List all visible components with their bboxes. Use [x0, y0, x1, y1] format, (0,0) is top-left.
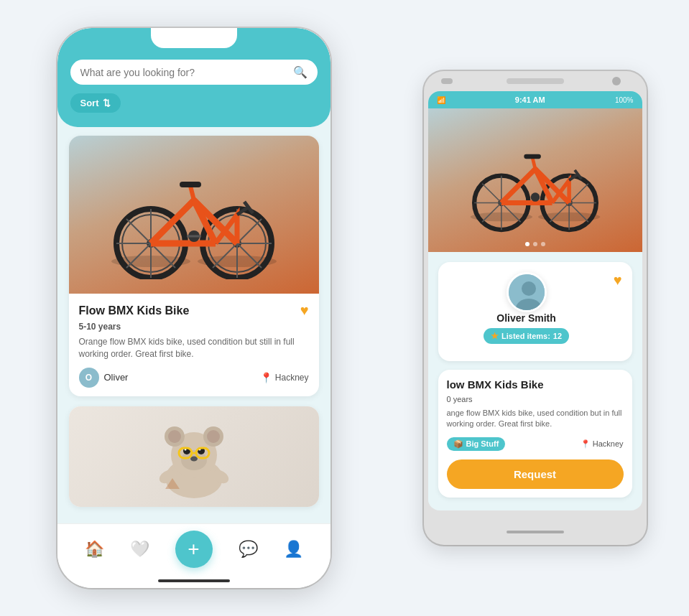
bike-card-age: 5-10 years [79, 322, 309, 332]
seller-avatar [507, 272, 547, 312]
bike-card-user: O Oliver [79, 368, 129, 388]
bike-image-placeholder [69, 136, 319, 294]
item-location-text: Hackney [593, 439, 624, 448]
bike-card-description: Orange flow BMX kids bike, used conditio… [79, 336, 309, 360]
android-camera-bar [507, 78, 564, 84]
listed-count: 12 [553, 332, 562, 340]
sort-button[interactable]: Sort ⇅ [70, 93, 121, 113]
iphone-content: Flow BMX Kids Bike ♥ 5-10 years Orange f… [57, 127, 330, 579]
iphone-device: 🔍 Sort ⇅ [57, 28, 330, 588]
search-bar[interactable]: 🔍 [70, 60, 318, 85]
image-pagination-dots [525, 242, 545, 246]
home-indicator [158, 579, 230, 582]
bike-svg [93, 150, 295, 279]
svg-rect-55 [524, 154, 541, 159]
bike-card-body: Flow BMX Kids Bike ♥ 5-10 years Orange f… [69, 294, 319, 396]
dot-3 [541, 242, 545, 246]
svg-line-16 [190, 186, 194, 200]
seller-favorite-icon[interactable]: ♥ [614, 272, 622, 289]
android-bike-placeholder [428, 108, 642, 252]
android-bike-svg [456, 123, 614, 238]
listed-label: Listed items: [501, 332, 550, 340]
item-detail-card: low BMX Kids Bike 0 years ange flow BMX … [438, 370, 632, 498]
wifi-status-icon: 📶 [437, 96, 445, 104]
svg-point-27 [207, 430, 220, 443]
android-body: Oliver Smith ★ Listed items: 12 ♥ l [428, 252, 642, 508]
android-camera-dot [612, 77, 621, 85]
bike-card-image [69, 136, 319, 294]
nav-add-icon: + [188, 538, 199, 561]
bike-card-avatar: O [79, 368, 99, 388]
item-card-age: 0 years [447, 395, 624, 403]
nav-home-icon[interactable]: 🏠 [85, 540, 104, 559]
status-time: 9:41 AM [515, 95, 545, 104]
status-icons: 100% [615, 96, 634, 104]
seller-card: Oliver Smith ★ Listed items: 12 ♥ [438, 262, 632, 361]
bear-image-placeholder [69, 406, 319, 507]
badge-star-icon: ★ [491, 331, 499, 341]
item-card-title: low BMX Kids Bike [447, 378, 544, 391]
location-pin-icon: 📍 [260, 372, 272, 383]
bottom-nav: 🏠 🤍 + 💬 👤 [57, 523, 330, 588]
svg-line-54 [532, 158, 535, 169]
bear-svg [147, 414, 241, 500]
bike-card-location: 📍 Hackney [260, 372, 309, 383]
bear-card[interactable] [69, 406, 319, 507]
dot-2 [533, 242, 537, 246]
scene: 🔍 Sort ⇅ [22, 14, 668, 602]
category-icon: 📦 [453, 439, 463, 449]
android-home-bar [507, 531, 564, 533]
listed-badge: ★ Listed items: 12 [484, 328, 569, 344]
iphone-screen: 🔍 Sort ⇅ [57, 28, 330, 588]
dot-1 [525, 242, 530, 246]
bear-card-image [69, 406, 319, 507]
category-label: Big Stuff [466, 439, 499, 448]
item-location: 📍 Hackney [581, 439, 624, 449]
request-button[interactable]: Request [447, 459, 624, 489]
nav-favorites-icon[interactable]: 🤍 [130, 540, 149, 559]
nav-profile-icon[interactable]: 👤 [284, 540, 303, 559]
svg-point-25 [168, 430, 181, 443]
search-input[interactable] [80, 67, 293, 78]
sort-label: Sort [80, 98, 99, 108]
iphone-notch [151, 28, 237, 48]
android-screen: 📶 9:41 AM 100% [428, 91, 642, 510]
seller-avatar-svg [509, 274, 547, 312]
android-speaker [441, 78, 453, 84]
search-icon: 🔍 [293, 65, 307, 79]
battery-icon: 100% [615, 96, 634, 104]
bike-card-location-text: Hackney [275, 373, 309, 383]
seller-name: Oliver Smith [496, 312, 555, 324]
svg-rect-17 [180, 182, 201, 187]
android-bike-image [428, 108, 642, 252]
item-card-description: ange flow BMX kids bike, used condition … [447, 408, 624, 430]
android-device: 📶 9:41 AM 100% [424, 71, 647, 545]
category-badge: 📦 Big Stuff [447, 437, 506, 451]
bike-card-title: Flow BMX Kids Bike [79, 304, 190, 317]
svg-point-33 [190, 456, 198, 461]
bike-card-favorite-icon[interactable]: ♥ [300, 302, 309, 319]
sort-icon: ⇅ [103, 98, 111, 108]
svg-point-58 [530, 192, 540, 202]
seller-header: Oliver Smith ★ Listed items: 12 ♥ [448, 272, 622, 344]
nav-messages-icon[interactable]: 💬 [239, 540, 258, 559]
nav-add-button[interactable]: + [175, 531, 213, 568]
bike-card[interactable]: Flow BMX Kids Bike ♥ 5-10 years Orange f… [69, 136, 319, 396]
svg-point-60 [522, 281, 536, 296]
bike-card-username: Oliver [104, 372, 129, 383]
android-status-bar: 📶 9:41 AM 100% [428, 91, 642, 108]
bike-card-footer: O Oliver 📍 Hackney [79, 368, 309, 388]
item-pin-icon: 📍 [581, 439, 591, 449]
item-card-footer: 📦 Big Stuff 📍 Hackney [447, 437, 624, 451]
